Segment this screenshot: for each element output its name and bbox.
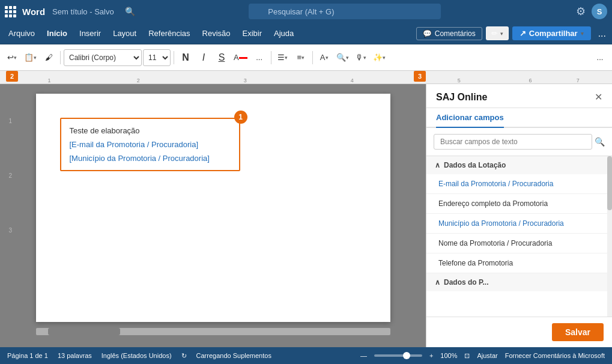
find-button[interactable]: 🔍▾ [334,49,351,66]
page-info: Página 1 de 1 [7,352,48,359]
saj-section-dados-p: ∧ Dados do P... [426,273,612,291]
share-dropdown-arrow: ▾ [581,31,584,37]
share-icon: ↗ [520,29,526,38]
saj-item-email[interactable]: E-mail da Promotoria / Procuradoria [426,174,612,194]
comentarios-icon: 💬 [423,29,432,38]
app-launcher-icon[interactable] [5,6,16,17]
styles-button[interactable]: A▾ [316,49,333,66]
saj-panel: SAJ Online ✕ Adicionar campos 🔍 ∧ Dados … [426,84,612,347]
chevron-right-icon: ∧ [435,278,440,287]
saj-section-dados-lotacao: ∧ Dados da Lotação [426,156,612,174]
more-format-button[interactable]: ... [251,49,268,66]
chevron-down-icon: ∧ [435,161,440,169]
salvar-button[interactable]: Salvar [552,323,604,341]
font-family-select[interactable]: Calibri (Corpo) [64,49,142,66]
copilot-button[interactable]: ✨▾ [371,49,388,66]
zoom-minus[interactable]: — [360,352,367,359]
pen-dropdown-arrow: ▾ [500,31,503,37]
toolbar-right: ... [592,49,608,66]
align-button[interactable]: ≡▾ [292,49,309,66]
ruler-mark-7: 7 [577,77,580,83]
side-numbers: 1 2 3 [0,94,14,234]
doc-link-municipio[interactable]: [Município da Promotoria / Procuradoria] [70,154,210,163]
format-painter-button[interactable]: 🖌 [40,49,57,66]
saj-footer: Salvar [426,317,612,347]
dictate-button[interactable]: 🎙▾ [353,49,369,66]
bold-button[interactable]: N [177,49,194,66]
menu-revisao[interactable]: Revisão [196,26,237,40]
saj-search-input[interactable] [434,134,592,150]
saj-item-municipio[interactable]: Município da Promotoria / Procuradoria [426,214,612,234]
horizontal-scrollbar[interactable] [36,328,390,335]
menu-inserir[interactable]: Inserir [73,26,107,40]
saj-search-button[interactable]: 🔍 [595,137,605,147]
status-right: — + 100% ⊡ Ajustar Fornecer Comentários … [360,352,605,360]
doc-text-elaboracao: Teste de elaboração [70,126,231,135]
ruler-mark-6: 6 [529,77,532,83]
vertical-scrollbar[interactable] [607,156,612,317]
compartilhar-button[interactable]: ↗ Compartilhar ▾ [512,26,591,40]
doc-link-email[interactable]: [E-mail da Promotoria / Procuradoria] [70,140,199,149]
menu-right-actions: 💬 Comentários ✏ ▾ ↗ Compartilhar ▾ ... [416,26,610,40]
font-size-select[interactable]: 11 [143,49,171,66]
italic-button[interactable]: I [195,49,212,66]
ruler-mark-2: 2 [137,77,140,83]
clipboard-button[interactable]: 📋▾ [22,49,39,66]
adjust-label[interactable]: Ajustar [477,352,497,359]
menu-arquivo[interactable]: Arquivo [2,26,41,40]
menu-inicio[interactable]: Início [41,26,73,40]
zoom-plus[interactable]: + [429,352,433,359]
saj-close-button[interactable]: ✕ [595,91,602,103]
ruler-mark-3: 3 [244,77,247,83]
user-avatar[interactable]: S [592,4,607,19]
zoom-slider-thumb[interactable] [403,352,410,359]
document-filename: Sem título - Salvo [52,7,114,16]
side-number-2: 2 [0,172,12,179]
font-color-button[interactable]: A [231,49,250,66]
toolbar-separator-2 [174,51,174,64]
saj-item-nome[interactable]: Nome da Promotoria / Procuradoria [426,234,612,253]
settings-icon[interactable]: ⚙ [576,5,586,18]
document-page[interactable]: 1 Teste de elaboração [E-mail da Promoto… [36,94,390,322]
word-count: 13 palavras [58,352,92,359]
undo-redo-group: ↩▾ 📋▾ 🖌 [4,49,57,66]
title-bar-right: ⚙ S [576,4,607,19]
toolbar: ↩▾ 📋▾ 🖌 Calibri (Corpo) 11 N I S A ... ☰… [0,44,612,71]
annotation-badge-1: 1 [234,111,247,124]
menu-layout[interactable]: Layout [107,26,142,40]
saj-item-endereco[interactable]: Endereço completo da Promotoria [426,194,612,214]
saj-list: ∧ Dados da Lotação E-mail da Promotoria … [426,156,612,317]
title-bar-left: Word Sem título - Salvo [5,6,119,17]
scrollbar-thumb[interactable] [48,328,120,335]
more-toolbar-button[interactable]: ... [592,49,608,66]
more-menu-button[interactable]: ... [595,27,610,40]
bullet-list-button[interactable]: ☰▾ [274,49,291,66]
pen-button[interactable]: ✏ ▾ [486,26,509,40]
saj-item-telefone[interactable]: Telefone da Promotoria [426,253,612,273]
menu-referencias[interactable]: Referências [142,26,196,40]
app-name: Word [22,7,45,17]
saj-tab-adicionar-campos[interactable]: Adicionar campos [436,108,504,128]
side-number-3: 3 [0,227,12,234]
ruler-content: 1 2 3 4 5 6 7 [18,71,612,83]
ruler-mark-5: 5 [458,77,461,83]
main-area: 1 2 3 1 Teste de elaboração [E-mail da P… [0,84,612,347]
search-icon: 🔍 [125,7,135,16]
feedback-label[interactable]: Fornecer Comentários à Microsoft [505,352,605,359]
underline-button[interactable]: S [213,49,230,66]
comentarios-button[interactable]: 💬 Comentários [416,27,482,40]
font-group: Calibri (Corpo) 11 [64,49,171,66]
menu-bar: Arquivo Início Inserir Layout Referência… [0,23,612,44]
saj-title: SAJ Online [436,92,487,103]
status-bar: Página 1 de 1 13 palavras Inglês (Estado… [0,347,612,364]
adjust-icon: ⊡ [464,352,470,360]
zoom-slider-track[interactable] [374,354,422,357]
loading-text: Carregando Suplementos [196,352,271,359]
toolbar-separator-3 [271,51,271,64]
menu-exibir[interactable]: Exibir [237,26,268,40]
ruler-badge-2: 2 [6,71,18,82]
title-search-input[interactable] [249,4,441,19]
menu-ajuda[interactable]: Ajuda [268,26,300,40]
scrollbar-thumb-v[interactable] [607,156,612,210]
undo-button[interactable]: ↩▾ [4,49,20,66]
